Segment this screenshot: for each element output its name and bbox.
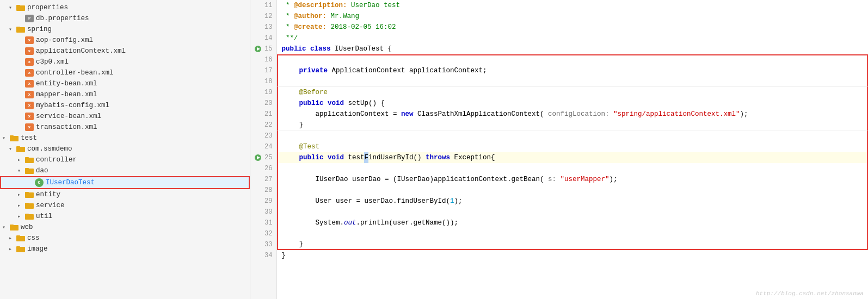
- sidebar-item-test[interactable]: test: [0, 133, 250, 144]
- sidebar-item-spring[interactable]: spring: [0, 24, 250, 35]
- code-line-24: @Test: [277, 141, 868, 152]
- sidebar-item-applicationcontext[interactable]: x applicationContext.xml: [0, 46, 250, 57]
- code-line-21: applicationContext = new ClassPathXmlApp…: [277, 109, 868, 120]
- sidebar-item-service-bean[interactable]: x service-bean.xml: [0, 111, 250, 122]
- sidebar-item-label: service: [36, 202, 65, 209]
- code-line-25: public void testFindUserById() throws Ex…: [277, 152, 868, 163]
- sidebar-item-web[interactable]: web: [0, 222, 250, 233]
- sidebar-item-controller-bean[interactable]: x controller-bean.xml: [0, 67, 250, 78]
- svg-rect-9: [25, 157, 29, 159]
- sidebar-item-mapper-bean[interactable]: x mapper-bean.xml: [0, 89, 250, 100]
- arrow-icon: [27, 179, 34, 186]
- arrow-icon: [17, 37, 24, 43]
- code-line-34: }: [277, 250, 868, 261]
- svg-rect-21: [16, 235, 20, 237]
- sidebar-item-mybatis-config[interactable]: x mybatis-config.xml: [0, 100, 250, 111]
- watermark-text: http://blog.csdn.net/zhonsanwa: [756, 290, 864, 297]
- line-27: 27: [255, 174, 272, 185]
- arrow-icon: [17, 157, 24, 163]
- arrow-icon: [17, 191, 24, 198]
- arrow-icon: [17, 113, 24, 120]
- sidebar-item-label: db.properties: [36, 15, 89, 22]
- sidebar-item-properties[interactable]: properties: [0, 2, 250, 13]
- java-test-file-icon: c: [35, 178, 44, 187]
- arrow-icon: [17, 15, 24, 22]
- sidebar-item-service[interactable]: service: [0, 200, 250, 211]
- xml-file-icon: x: [25, 112, 34, 121]
- sidebar-item-dao[interactable]: dao: [0, 165, 250, 176]
- sidebar-item-label: web: [21, 223, 33, 231]
- code-line-20: public void setUp() {: [277, 98, 868, 109]
- arrow-icon: [17, 70, 24, 76]
- sidebar-item-label: mapper-bean.xml: [36, 91, 97, 98]
- folder-icon: [25, 155, 34, 164]
- sidebar-item-entity[interactable]: entity: [0, 189, 250, 200]
- sidebar-item-entity-bean[interactable]: x entity-bean.xml: [0, 78, 250, 89]
- code-line-13: * @create: 2018-02-05 16:02: [277, 22, 868, 33]
- code-line-22: }: [277, 120, 868, 130]
- sidebar-item-label: test: [21, 134, 37, 142]
- xml-file-icon: x: [25, 90, 34, 99]
- arrow-icon: [9, 146, 15, 152]
- svg-rect-19: [10, 225, 14, 226]
- line-11: 11: [255, 0, 272, 11]
- line-16: 16: [255, 54, 272, 65]
- sidebar-item-c3p0[interactable]: x c3p0.xml: [0, 57, 250, 67]
- sidebar-item-controller[interactable]: controller: [0, 154, 250, 165]
- folder-icon: [16, 3, 25, 12]
- sidebar-item-util[interactable]: util: [0, 211, 250, 222]
- sidebar-item-label: aop-config.xml: [36, 36, 93, 44]
- line-18: 18: [255, 76, 272, 87]
- code-line-18: [277, 76, 868, 87]
- code-line-29: User user = userDao.findUserById(1);: [277, 196, 868, 207]
- line-28: 28: [255, 185, 272, 196]
- folder-icon: [25, 190, 34, 199]
- svg-rect-23: [16, 246, 20, 248]
- sidebar-item-label: com.ssmdemo: [27, 145, 72, 153]
- sidebar-item-label: c3p0.xml: [36, 58, 69, 66]
- code-line-26: [277, 163, 868, 174]
- sidebar-item-label: mybatis-config.xml: [36, 102, 109, 109]
- xml-file-icon: x: [25, 101, 34, 110]
- xml-file-icon: x: [25, 36, 34, 45]
- svg-rect-5: [10, 135, 14, 137]
- line-26: 26: [255, 163, 272, 174]
- arrow-icon: [17, 167, 24, 174]
- sidebar-item-aop-config[interactable]: x aop-config.xml: [0, 35, 250, 46]
- sidebar-item-label: properties: [27, 4, 68, 11]
- sidebar-item-iuserdaotest[interactable]: c IUserDaoTest: [0, 176, 250, 189]
- line-20: 20: [255, 98, 272, 109]
- xml-file-icon: x: [25, 58, 34, 66]
- line-numbers: 11 12 13 14 15 16 17 18 19 20 21 22 23 2…: [250, 0, 277, 299]
- sidebar-item-image[interactable]: image: [0, 244, 250, 254]
- line-13: 13: [255, 22, 272, 33]
- svg-rect-17: [25, 214, 29, 215]
- line-12: 12: [255, 11, 272, 22]
- svg-rect-1: [16, 5, 20, 7]
- arrow-icon: [2, 135, 9, 141]
- arrow-icon: [17, 48, 24, 54]
- sidebar-item-db-properties[interactable]: P db.properties: [0, 13, 250, 24]
- line-25: 25: [255, 152, 272, 163]
- arrow-icon: [9, 4, 15, 11]
- code-line-15: public class IUserDaoTest {: [277, 43, 868, 54]
- code-editor: 11 12 13 14 15 16 17 18 19 20 21 22 23 2…: [250, 0, 868, 299]
- sidebar-item-com-ssmdemo[interactable]: com.ssmdemo: [0, 144, 250, 154]
- line-23: 23: [255, 130, 272, 141]
- code-line-28: [277, 185, 868, 196]
- arrow-icon: [9, 246, 15, 252]
- file-tree: properties P db.properties spring x aop-…: [0, 0, 250, 299]
- arrow-icon: [17, 102, 24, 109]
- arrow-icon: [17, 213, 24, 220]
- sidebar-item-label: entity: [36, 191, 60, 198]
- sidebar-item-label: spring: [27, 26, 52, 33]
- line-31: 31: [255, 217, 272, 228]
- line-29: 29: [255, 196, 272, 207]
- run-gutter-icon: [255, 46, 261, 52]
- sidebar-item-transaction[interactable]: x transaction.xml: [0, 122, 250, 133]
- sidebar-item-css[interactable]: css: [0, 233, 250, 244]
- sidebar-item-label: controller: [36, 156, 77, 164]
- line-34: 34: [255, 250, 272, 261]
- line-33: 33: [255, 239, 272, 250]
- code-lines: * @description: UserDao test * @author: …: [277, 0, 868, 299]
